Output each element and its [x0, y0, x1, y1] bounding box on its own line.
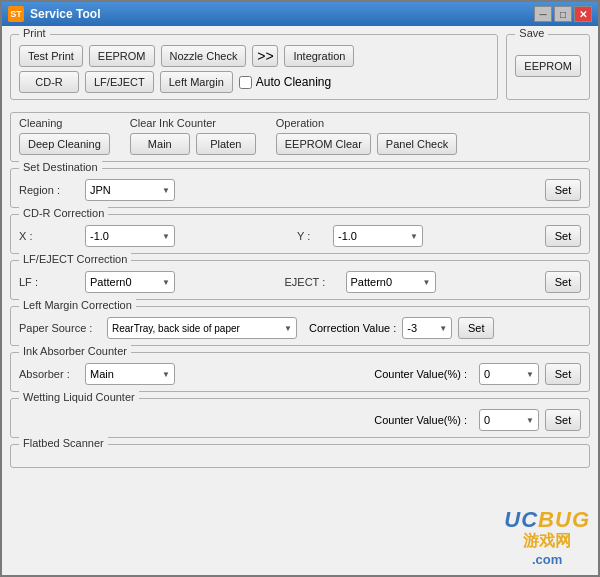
auto-cleaning-label: Auto Cleaning	[256, 75, 331, 89]
eject-select[interactable]: Pattern0 ▼	[346, 271, 436, 293]
platen-button[interactable]: Platen	[196, 133, 256, 155]
app-icon: ST	[8, 6, 24, 22]
set-destination-button[interactable]: Set	[545, 179, 581, 201]
left-margin-button[interactable]: Left Margin	[160, 71, 233, 93]
set-destination-section: Set Destination Region : JPN ▼ Set	[10, 168, 590, 208]
region-select-arrow: ▼	[162, 186, 170, 195]
wetting-counter-arrow: ▼	[526, 416, 534, 425]
auto-cleaning-row: Auto Cleaning	[239, 75, 331, 89]
lf-eject-button[interactable]: LF/EJECT	[85, 71, 154, 93]
correction-value-arrow: ▼	[439, 324, 447, 333]
titlebar: ST Service Tool ─ □ ✕	[2, 2, 598, 26]
lf-select[interactable]: Pattern0 ▼	[85, 271, 175, 293]
auto-cleaning-checkbox[interactable]	[239, 76, 252, 89]
test-print-button[interactable]: Test Print	[19, 45, 83, 67]
paper-source-label: Paper Source :	[19, 322, 101, 334]
eject-label: EJECT :	[285, 276, 340, 288]
x-select-arrow: ▼	[162, 232, 170, 241]
watermark-line2: 游戏网	[504, 531, 590, 552]
wetting-liquid-section: Wetting Liquid Counter Counter Value(%) …	[10, 398, 590, 438]
paper-source-select[interactable]: RearTray, back side of paper ▼	[107, 317, 297, 339]
absorber-select[interactable]: Main ▼	[85, 363, 175, 385]
ink-absorber-set-button[interactable]: Set	[545, 363, 581, 385]
watermark-line1: UCBUG	[504, 509, 590, 531]
cd-r-set-button[interactable]: Set	[545, 225, 581, 247]
lf-eject-set-button[interactable]: Set	[545, 271, 581, 293]
operation-subsection: Operation EEPROM Clear Panel Check	[276, 117, 457, 155]
ink-counter-select[interactable]: 0 ▼	[479, 363, 539, 385]
watermark-bug: BUG	[538, 507, 590, 532]
save-section-label: Save	[515, 27, 548, 39]
left-margin-set-button[interactable]: Set	[458, 317, 494, 339]
close-button[interactable]: ✕	[574, 6, 592, 22]
titlebar-buttons: ─ □ ✕	[534, 6, 592, 22]
correction-value-select[interactable]: -3 ▼	[402, 317, 452, 339]
save-eeprom-button[interactable]: EEPROM	[515, 55, 581, 77]
cd-r-button[interactable]: CD-R	[19, 71, 79, 93]
cd-r-correction-label: CD-R Correction	[19, 207, 108, 219]
correction-value-label: Correction Value :	[309, 322, 396, 334]
y-label: Y :	[297, 230, 327, 242]
main-content: Print Test Print EEPROM Nozzle Check >> …	[2, 26, 598, 575]
ink-counter-arrow: ▼	[526, 370, 534, 379]
left-margin-correction-label: Left Margin Correction	[19, 299, 136, 311]
window-title: Service Tool	[30, 7, 534, 21]
eeprom-clear-button[interactable]: EEPROM Clear	[276, 133, 371, 155]
wetting-counter-value-label: Counter Value(%) :	[374, 414, 467, 426]
deep-cleaning-button[interactable]: Deep Cleaning	[19, 133, 110, 155]
maximize-button[interactable]: □	[554, 6, 572, 22]
ink-absorber-section: Ink Absorber Counter Absorber : Main ▼ C…	[10, 352, 590, 392]
minimize-button[interactable]: ─	[534, 6, 552, 22]
wetting-counter-select[interactable]: 0 ▼	[479, 409, 539, 431]
eeprom-print-button[interactable]: EEPROM	[89, 45, 155, 67]
arrow-button[interactable]: >>	[252, 45, 278, 67]
panel-check-button[interactable]: Panel Check	[377, 133, 457, 155]
clear-ink-subsection: Clear Ink Counter Main Platen	[130, 117, 256, 155]
ink-absorber-label: Ink Absorber Counter	[19, 345, 131, 357]
lf-eject-correction-label: LF/EJECT Correction	[19, 253, 131, 265]
region-label: Region :	[19, 184, 79, 196]
lf-eject-correction-section: LF/EJECT Correction LF : Pattern0 ▼ EJEC…	[10, 260, 590, 300]
y-select[interactable]: -1.0 ▼	[333, 225, 423, 247]
operation-label: Operation	[276, 117, 457, 129]
main-ink-button[interactable]: Main	[130, 133, 190, 155]
wetting-liquid-label: Wetting Liquid Counter	[19, 391, 139, 403]
watermark-uc: UC	[504, 507, 538, 532]
absorber-label: Absorber :	[19, 368, 79, 380]
x-label: X :	[19, 230, 79, 242]
watermark: UCBUG 游戏网 .com	[504, 509, 590, 567]
cleaning-subsection: Cleaning Deep Cleaning	[19, 117, 110, 155]
lf-select-arrow: ▼	[162, 278, 170, 287]
flatbed-scanner-label: Flatbed Scanner	[19, 437, 108, 449]
integration-button[interactable]: Integration	[284, 45, 354, 67]
watermark-line3: .com	[504, 552, 590, 567]
eject-select-arrow: ▼	[423, 278, 431, 287]
print-section: Print Test Print EEPROM Nozzle Check >> …	[10, 34, 498, 100]
region-select[interactable]: JPN ▼	[85, 179, 175, 201]
paper-source-select-arrow: ▼	[284, 324, 292, 333]
wetting-set-button[interactable]: Set	[545, 409, 581, 431]
absorber-select-arrow: ▼	[162, 370, 170, 379]
lf-label: LF :	[19, 276, 79, 288]
y-select-arrow: ▼	[410, 232, 418, 241]
cd-r-correction-section: CD-R Correction X : -1.0 ▼ Y : -1.0 ▼ Se…	[10, 214, 590, 254]
print-section-label: Print	[19, 27, 50, 39]
set-destination-label: Set Destination	[19, 161, 102, 173]
main-window: ST Service Tool ─ □ ✕ Print Test Print E…	[0, 0, 600, 577]
nozzle-check-button[interactable]: Nozzle Check	[161, 45, 247, 67]
x-select[interactable]: -1.0 ▼	[85, 225, 175, 247]
clear-ink-label: Clear Ink Counter	[130, 117, 256, 129]
cleaning-label: Cleaning	[19, 117, 110, 129]
ink-counter-value-label: Counter Value(%) :	[374, 368, 467, 380]
save-section: Save EEPROM	[506, 34, 590, 100]
flatbed-scanner-section: Flatbed Scanner	[10, 444, 590, 468]
left-margin-correction-section: Left Margin Correction Paper Source : Re…	[10, 306, 590, 346]
